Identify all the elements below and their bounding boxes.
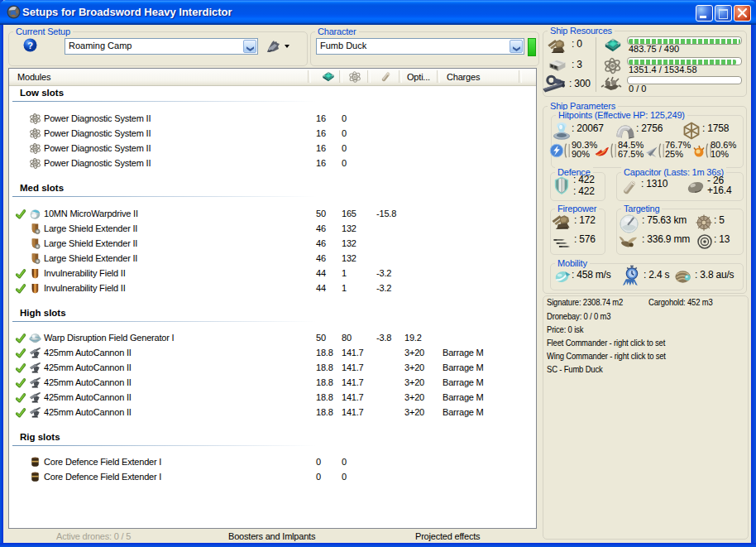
svg-text:?: ? bbox=[27, 41, 33, 50]
